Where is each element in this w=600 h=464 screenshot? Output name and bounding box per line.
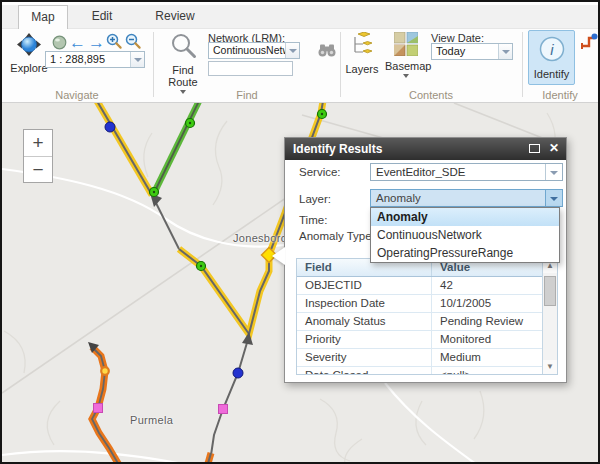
table-row[interactable]: Date Closed <null> [297, 367, 557, 375]
map-scale-value: 1 : 288,895 [46, 52, 130, 67]
network-dropdown-button[interactable] [285, 43, 299, 58]
scrollbar-thumb[interactable] [544, 276, 556, 306]
view-date-dropdown-button[interactable] [498, 44, 512, 59]
table-row[interactable]: Severity Medium [297, 349, 557, 367]
map-zoom-out-button[interactable]: − [24, 156, 52, 182]
tab-map[interactable]: Map [18, 5, 68, 29]
ribbon: Explore ← → 1 : 288,895 Navigate [2, 29, 598, 103]
orange-ring-marker[interactable] [101, 367, 109, 375]
view-date-value: Today [432, 44, 498, 59]
close-icon[interactable]: ✕ [549, 141, 559, 155]
service-value: EventEditor_SDE [371, 164, 545, 180]
find-route-icon [170, 32, 197, 60]
identify-label: Identify [529, 68, 574, 80]
basemap-icon [394, 32, 418, 56]
find-route-button[interactable]: Find Route [160, 32, 206, 94]
pink-point-marker[interactable] [219, 405, 228, 414]
route-green-centerline [154, 103, 199, 193]
binoculars-icon[interactable] [318, 43, 336, 58]
layer-dropdown-button[interactable] [545, 190, 562, 206]
zoom-out-icon[interactable] [125, 33, 142, 50]
value-cell: 10/1/2005 [431, 295, 557, 312]
layer-label: Layer: [299, 193, 331, 205]
network-value: ContinuousNetwork [209, 43, 285, 58]
explore-icon [16, 32, 42, 58]
table-row[interactable]: Anomaly Status Pending Review [297, 313, 557, 331]
layers-icon [350, 32, 375, 59]
identify-button[interactable]: i Identify [528, 30, 575, 85]
blue-point-marker[interactable] [105, 122, 115, 132]
dropdown-item-anomaly[interactable]: Anomaly [371, 208, 559, 226]
service-label: Service: [299, 166, 341, 178]
anomaly-type-label: Anomaly Type: [299, 230, 375, 242]
blue-point-marker[interactable] [233, 368, 243, 378]
ribbon-tab-bar: Map Edit Review [2, 2, 598, 29]
field-cell: OBJECTID [297, 277, 431, 294]
value-cell: 42 [431, 277, 557, 294]
zoom-in-icon[interactable] [106, 33, 123, 50]
identify-icon: i [537, 34, 567, 64]
scrollbar-down-icon[interactable]: ▼ [543, 360, 557, 374]
table-row[interactable]: Inspection Date 10/1/2005 [297, 295, 557, 313]
layer-combobox[interactable]: Anomaly [370, 189, 563, 207]
dropdown-item-continuousnetwork[interactable]: ContinuousNetwork [371, 226, 559, 244]
service-dropdown-button[interactable] [545, 164, 562, 180]
group-label-contents: Contents [340, 89, 522, 101]
basemap-button[interactable]: Basemap [385, 32, 427, 78]
full-extent-globe-icon[interactable] [52, 35, 67, 50]
map-view[interactable]: + − Jonesboro Purmela Identify Results ✕… [2, 103, 598, 462]
layer-value: Anomaly [371, 190, 545, 206]
value-cell: Monitored [431, 331, 557, 348]
next-extent-icon[interactable]: → [88, 36, 105, 50]
previous-extent-icon[interactable]: ← [69, 36, 86, 50]
layers-button[interactable]: Layers [344, 32, 380, 75]
network-combobox[interactable]: ContinuousNetwork [208, 42, 300, 59]
place-label-purmela: Purmela [130, 414, 173, 426]
identify-route-icon[interactable] [580, 33, 598, 50]
route-gray-segment[interactable] [153, 197, 179, 249]
field-cell: Priority [297, 331, 431, 348]
basemap-dropdown-arrow-icon [403, 74, 409, 78]
table-scrollbar[interactable]: ▲ ▼ [542, 259, 557, 374]
view-date-combobox[interactable]: Today [431, 43, 513, 60]
tab-edit[interactable]: Edit [72, 5, 132, 29]
pink-point-marker[interactable] [94, 404, 103, 413]
app-window: Map Edit Review Explore ← → [0, 0, 600, 464]
maximize-icon[interactable] [529, 144, 540, 153]
value-cell: <null> [431, 367, 557, 375]
explore-label: Explore [8, 62, 50, 74]
service-combobox[interactable]: EventEditor_SDE [370, 163, 563, 181]
group-label-find: Find [154, 89, 340, 101]
value-cell: Medium [431, 349, 557, 366]
find-route-input[interactable] [208, 61, 293, 76]
explore-button[interactable]: Explore [8, 32, 50, 74]
map-scale-dropdown-button[interactable] [130, 52, 144, 67]
route-gray-segment[interactable] [211, 336, 249, 455]
route-centerline [97, 103, 152, 195]
layer-dropdown-list: Anomaly ContinuousNetwork OperatingPress… [370, 207, 560, 263]
field-cell: Date Closed [297, 367, 431, 375]
group-separator [153, 32, 154, 97]
map-zoom-in-button[interactable]: + [24, 130, 52, 156]
place-label-jonesboro: Jonesboro [233, 232, 287, 244]
table-row[interactable]: OBJECTID 42 [297, 277, 557, 295]
find-route-label-2: Route [160, 76, 206, 88]
group-label-navigate: Navigate [2, 89, 152, 101]
tab-review[interactable]: Review [140, 5, 210, 29]
group-label-identify: Identify [522, 89, 598, 101]
group-separator [340, 32, 341, 97]
group-separator [522, 32, 523, 97]
layers-label: Layers [344, 63, 380, 75]
time-label: Time: [299, 214, 327, 226]
field-cell: Inspection Date [297, 295, 431, 312]
map-scale-combobox[interactable]: 1 : 288,895 [45, 51, 145, 68]
map-zoom-control: + − [23, 129, 53, 183]
attributes-table: Field Value OBJECTID 42 Inspection Date … [296, 258, 558, 375]
dialog-title[interactable]: Identify Results [285, 138, 566, 160]
find-route-label-1: Find [160, 64, 206, 76]
table-row[interactable]: Priority Monitored [297, 331, 557, 349]
value-cell: Pending Review [431, 313, 557, 330]
dropdown-item-operatingpressurerange[interactable]: OperatingPressureRange [371, 244, 559, 262]
dialog-callout-tail [272, 247, 285, 265]
field-cell: Anomaly Status [297, 313, 431, 330]
